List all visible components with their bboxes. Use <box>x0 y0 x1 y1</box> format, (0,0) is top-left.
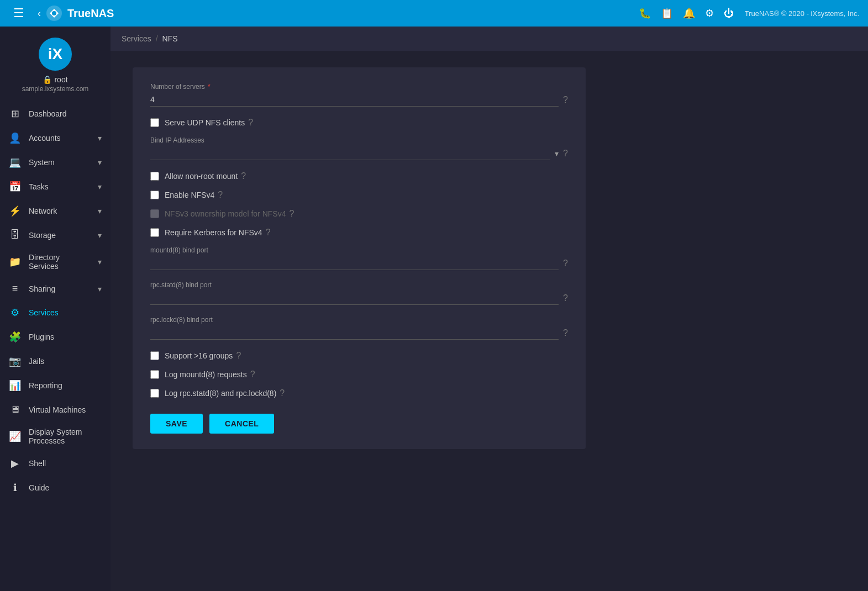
sidebar-user: iX 🔒 root sample.ixsystems.com <box>0 27 111 102</box>
sidebar-item-guide[interactable]: ℹ Guide <box>0 476 111 500</box>
sidebar-item-virtual-machines[interactable]: 🖥 Virtual Machines <box>0 398 111 421</box>
chevron-down-icon: ▾ <box>98 231 102 240</box>
sidebar-item-jails[interactable]: 📷 Jails <box>0 349 111 373</box>
serve-udp-label[interactable]: Serve UDP NFS clients ? <box>165 118 253 128</box>
log-mountd-label[interactable]: Log mountd(8) requests ? <box>165 370 255 379</box>
enable-nfsv4-label[interactable]: Enable NFSv4 ? <box>165 190 223 200</box>
sidebar-item-plugins[interactable]: 🧩 Plugins <box>0 325 111 349</box>
main-area: Services / NFS Number of servers * ? <box>111 27 868 591</box>
breadcrumb-parent[interactable]: Services <box>122 34 151 43</box>
log-rpc-checkbox[interactable] <box>150 389 159 398</box>
bind-ip-group: Bind IP Addresses ▾ ? <box>150 136 568 160</box>
sidebar-item-tasks[interactable]: 📅 Tasks ▾ <box>0 175 111 199</box>
require-kerberos-label[interactable]: Require Kerberos for NFSv4 ? <box>165 228 271 238</box>
reporting-icon: 📊 <box>9 379 21 392</box>
require-kerberos-help-icon[interactable]: ? <box>266 228 271 238</box>
rpc-lockd-port-input[interactable] <box>150 326 559 340</box>
sidebar-item-label: Jails <box>29 357 102 366</box>
breadcrumb-separator: / <box>156 34 158 43</box>
lock-icon: 🔒 <box>43 75 52 84</box>
enable-nfsv4-help-icon[interactable]: ? <box>218 190 223 200</box>
bind-ip-help-icon[interactable]: ? <box>563 149 568 159</box>
rpc-lockd-port-help-icon[interactable]: ? <box>563 328 568 338</box>
sidebar-item-label: Tasks <box>29 182 90 191</box>
username-text: root <box>54 75 67 84</box>
menu-button[interactable]: ☰ <box>9 4 29 23</box>
rpc-statd-port-help-icon[interactable]: ? <box>563 293 568 303</box>
bell-icon[interactable]: 🔔 <box>683 7 695 19</box>
chevron-down-icon: ▾ <box>98 134 102 143</box>
enable-nfsv4-checkbox[interactable] <box>150 191 159 199</box>
power-icon[interactable]: ⏻ <box>724 8 734 19</box>
rpc-lockd-port-input-row: ? <box>150 326 568 340</box>
sidebar-item-dashboard[interactable]: ⊞ Dashboard <box>0 102 111 126</box>
settings-icon[interactable]: ⚙ <box>705 7 714 19</box>
back-button[interactable]: ‹ <box>33 6 45 22</box>
sidebar-item-system[interactable]: 💻 System ▾ <box>0 150 111 175</box>
bind-ip-select[interactable] <box>150 146 550 160</box>
sharing-icon: ≡ <box>9 283 21 294</box>
copyright: TrueNAS® © 2020 - iXsystems, Inc. <box>745 9 859 18</box>
sidebar-item-display-system-processes[interactable]: 📈 Display System Processes <box>0 421 111 451</box>
breadcrumb-current: NFS <box>162 34 178 43</box>
allow-non-root-label[interactable]: Allow non-root mount ? <box>165 171 246 181</box>
bug-icon[interactable]: 🐛 <box>639 7 651 19</box>
sidebar-item-label: Shell <box>29 459 102 468</box>
rpc-statd-port-input[interactable] <box>150 291 559 305</box>
num-servers-help-icon[interactable]: ? <box>563 95 568 105</box>
mountd-port-help-icon[interactable]: ? <box>563 258 568 268</box>
app-name: TrueNAS <box>67 7 114 20</box>
mountd-port-group: mountd(8) bind port ? <box>150 246 568 270</box>
mountd-port-input[interactable] <box>150 256 559 270</box>
log-rpc-help-icon[interactable]: ? <box>280 388 285 398</box>
support-16groups-label[interactable]: Support >16 groups ? <box>165 351 241 361</box>
support-16groups-checkbox[interactable] <box>150 351 159 360</box>
sidebar-item-label: Storage <box>29 231 90 240</box>
bind-ip-label: Bind IP Addresses <box>150 136 568 144</box>
num-servers-input[interactable] <box>150 93 559 107</box>
chevron-down-icon: ▾ <box>98 158 102 167</box>
sidebar-item-sharing[interactable]: ≡ Sharing ▾ <box>0 277 111 300</box>
app-logo: TrueNAS <box>45 4 145 22</box>
sidebar-item-label: Virtual Machines <box>29 405 102 414</box>
allow-non-root-help-icon[interactable]: ? <box>241 171 246 181</box>
log-mountd-help-icon[interactable]: ? <box>250 370 255 379</box>
tasks-icon: 📅 <box>9 181 21 193</box>
plugins-icon: 🧩 <box>9 331 21 343</box>
network-icon: ⚡ <box>9 205 21 217</box>
allow-non-root-row: Allow non-root mount ? <box>150 171 568 181</box>
rpc-statd-port-label: rpc.statd(8) bind port <box>150 281 568 289</box>
allow-non-root-checkbox[interactable] <box>150 172 159 181</box>
rpc-statd-port-input-row: ? <box>150 291 568 305</box>
serve-udp-help-icon[interactable]: ? <box>248 118 253 128</box>
sidebar-item-directory-services[interactable]: 📁 Directory Services ▾ <box>0 247 111 277</box>
form-actions: SAVE CANCEL <box>150 414 568 434</box>
log-mountd-checkbox[interactable] <box>150 370 159 379</box>
clipboard-icon[interactable]: 📋 <box>661 7 673 19</box>
sidebar-item-label: Guide <box>29 483 102 492</box>
sidebar-item-storage[interactable]: 🗄 Storage ▾ <box>0 223 111 247</box>
nfs-form-card: Number of servers * ? Serve UDP NFS clie… <box>133 67 586 449</box>
rpc-lockd-port-label: rpc.lockd(8) bind port <box>150 316 568 324</box>
save-button[interactable]: SAVE <box>150 414 203 434</box>
sidebar-item-accounts[interactable]: 👤 Accounts ▾ <box>0 126 111 150</box>
jails-icon: 📷 <box>9 355 21 367</box>
dashboard-icon: ⊞ <box>9 108 21 120</box>
content-area: Number of servers * ? Serve UDP NFS clie… <box>111 51 868 591</box>
sidebar-item-services[interactable]: ⚙ Services <box>0 300 111 325</box>
support-16groups-help-icon[interactable]: ? <box>236 351 241 361</box>
sidebar-item-reporting[interactable]: 📊 Reporting <box>0 373 111 398</box>
directory-services-icon: 📁 <box>9 256 21 268</box>
username-display: 🔒 root <box>43 75 67 84</box>
services-icon: ⚙ <box>9 307 21 319</box>
cancel-button[interactable]: CANCEL <box>209 414 274 434</box>
sidebar-item-network[interactable]: ⚡ Network ▾ <box>0 199 111 223</box>
log-rpc-label[interactable]: Log rpc.statd(8) and rpc.lockd(8) ? <box>165 388 285 398</box>
serve-udp-checkbox[interactable] <box>150 118 159 127</box>
nfsv3-ownership-checkbox <box>150 209 159 218</box>
sidebar-item-shell[interactable]: ▶ Shell <box>0 451 111 476</box>
enable-nfsv4-row: Enable NFSv4 ? <box>150 190 568 200</box>
require-kerberos-checkbox[interactable] <box>150 228 159 237</box>
chevron-down-icon: ▾ <box>98 207 102 215</box>
sidebar-item-label: Network <box>29 207 90 215</box>
